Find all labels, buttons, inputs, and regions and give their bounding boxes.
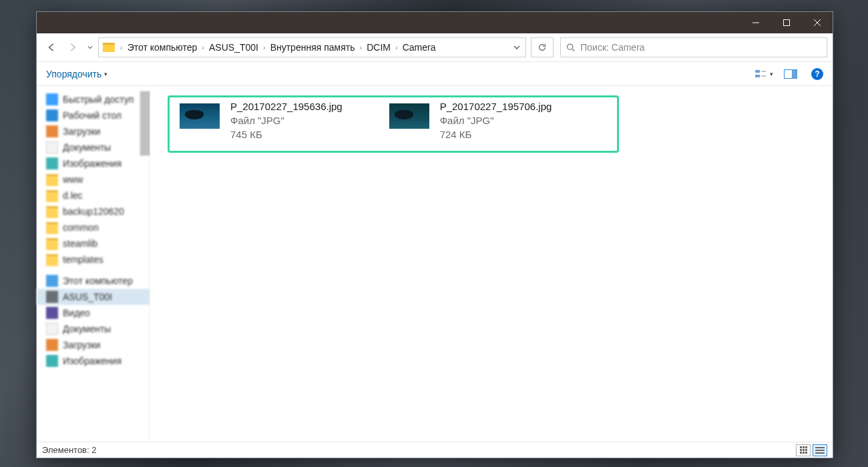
navigation-pane[interactable]: Быстрый доступ Рабочий стол Загрузки Док… [37,86,150,442]
file-size: 724 КБ [440,129,552,140]
svg-line-5 [572,49,574,51]
breadcrumb-item[interactable]: ASUS_T00I [207,41,260,54]
sidebar-item-label: Видео [63,308,90,318]
address-bar[interactable]: › Этот компьютер › ASUS_T00I › Внутрення… [98,37,526,57]
search-icon [566,43,575,52]
sidebar-item-label: templates [63,254,103,265]
minimize-button[interactable] [740,12,771,33]
sidebar-item-quick-access[interactable]: Быстрый доступ [37,91,150,107]
chevron-right-icon: › [393,43,401,51]
search-box[interactable] [560,37,827,57]
sidebar-item-label: d.lec [63,190,83,201]
file-thumbnail [389,103,429,129]
svg-rect-7 [755,75,760,77]
file-list-area[interactable]: P_20170227_195636.jpg Файл "JPG" 745 КБ … [150,86,833,442]
view-options-button[interactable]: ▾ [754,66,774,82]
forward-button[interactable] [63,38,82,57]
file-name: P_20170227_195636.jpg [230,101,343,112]
sidebar-item-folder[interactable]: common [37,219,150,236]
folder-icon [101,40,116,55]
sidebar-item-pictures[interactable]: Изображения [37,155,150,171]
refresh-button[interactable] [531,37,554,57]
file-item[interactable]: P_20170227_195636.jpg Файл "JPG" 745 КБ [180,101,343,140]
explorer-window: › Этот компьютер › ASUS_T00I › Внутрення… [36,11,833,458]
sidebar-item-label: Быстрый доступ [63,94,134,105]
file-name: P_20170227_195706.jpg [440,101,552,112]
sidebar-item-downloads[interactable]: Загрузки [37,337,150,353]
maximize-button[interactable] [771,12,802,33]
file-size: 745 КБ [230,129,343,140]
sidebar-item-label: Этот компьютер [63,276,133,286]
sidebar-item-documents[interactable]: Документы [37,321,150,337]
sidebar-item-desktop[interactable]: Рабочий стол [37,107,150,123]
sidebar-item-documents[interactable]: Документы [37,139,150,155]
back-button[interactable] [42,38,61,57]
help-button[interactable]: ? [807,66,827,82]
sidebar-item-label: backup120620 [63,206,124,217]
sidebar-item-this-pc[interactable]: Этот компьютер [37,273,150,289]
sidebar-item-label: Изображения [63,158,122,169]
breadcrumb-item[interactable]: DCIM [365,41,393,54]
organize-label: Упорядочить [46,69,101,79]
organize-menu[interactable]: Упорядочить ▾ [42,66,112,82]
sidebar-item-folder[interactable]: d.lec [37,187,150,203]
sidebar-item-label: www [63,174,83,185]
search-input[interactable] [580,42,821,53]
breadcrumb-item[interactable]: Camera [401,41,438,54]
svg-rect-6 [755,70,760,73]
file-type: Файл "JPG" [230,115,343,126]
svg-point-4 [568,44,573,49]
sidebar-item-label: ASUS_T00I [63,292,112,302]
sidebar-item-label: steamlib [63,238,97,249]
sidebar-item-label: common [63,222,99,233]
chevron-right-icon: › [357,43,365,51]
sidebar-item-label: Документы [63,142,111,153]
file-type: Файл "JPG" [440,115,552,126]
body: Быстрый доступ Рабочий стол Загрузки Док… [37,86,833,442]
close-button[interactable] [802,12,833,33]
status-item-count: Элементов: 2 [42,445,96,455]
scrollbar-thumb[interactable] [140,91,150,155]
sidebar-item-videos[interactable]: Видео [37,305,150,321]
chevron-down-icon: ▾ [104,71,107,77]
sidebar-item-folder[interactable]: steamlib [37,236,150,252]
file-item[interactable]: P_20170227_195706.jpg Файл "JPG" 724 КБ [389,101,552,140]
sidebar-item-label: Документы [63,324,111,334]
view-details-button[interactable] [813,444,827,456]
file-thumbnail [180,103,220,129]
breadcrumb-item[interactable]: Этот компьютер [126,41,200,54]
recent-locations-dropdown[interactable] [85,45,95,50]
sidebar-item-downloads[interactable]: Загрузки [37,123,150,139]
sidebar-item-folder[interactable]: www [37,171,150,187]
breadcrumb-item[interactable]: Внутренняя память [268,41,357,54]
status-bar: Элементов: 2 [37,442,833,458]
sidebar-item-label: Загрузки [63,340,100,350]
address-bar-row: › Этот компьютер › ASUS_T00I › Внутрення… [37,33,833,62]
chevron-right-icon: › [118,43,126,51]
preview-pane-button[interactable] [781,66,801,82]
chevron-right-icon: › [260,43,268,51]
chevron-right-icon: › [199,43,207,51]
sidebar-item-pictures[interactable]: Изображения [37,353,150,369]
sidebar-item-label: Загрузки [63,126,100,137]
svg-rect-1 [784,20,790,26]
sidebar-item-label: Изображения [63,356,122,366]
sidebar-item-label: Рабочий стол [63,110,122,121]
sidebar-item-device[interactable]: ASUS_T00I [37,289,150,305]
svg-rect-11 [792,69,797,78]
sidebar-item-folder[interactable]: backup120620 [37,203,150,219]
help-icon: ? [811,68,823,80]
sidebar-item-folder[interactable]: templates [37,252,150,268]
address-dropdown-icon[interactable] [509,44,524,51]
toolbar: Упорядочить ▾ ▾ ? [37,62,833,86]
titlebar [37,12,833,33]
view-large-icons-button[interactable] [796,444,811,456]
